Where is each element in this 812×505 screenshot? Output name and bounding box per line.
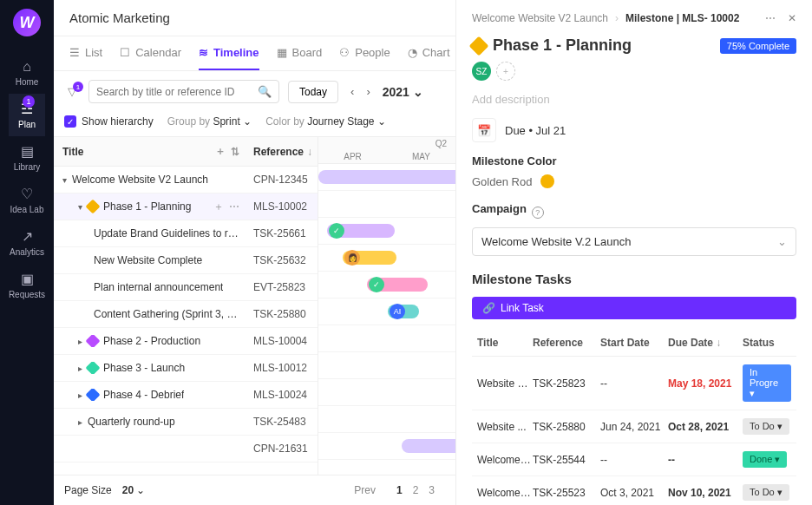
completion-badge: 75% Complete [720,38,796,54]
table-row[interactable]: ▸Quarterly round-upTSK-25483 [54,409,318,436]
expand-caret[interactable]: ▸ [78,417,82,427]
arrow-down-icon: ↓ [307,146,312,158]
assignee-row: SZ + [472,62,796,81]
milestone-color-label: Milestone Color [472,154,796,167]
table-row[interactable]: ▸Phase 3 - LaunchMLS-10012 [54,355,318,382]
tab-icon: ▦ [277,46,287,59]
table-row[interactable]: CPN-21631 [54,436,318,462]
table-row[interactable]: ▸Phase 4 - DebriefMLS-10024 [54,382,318,409]
nav-analytics[interactable]: ↗Analytics [9,221,45,264]
tab-calendar[interactable]: ☐Calendar [120,36,181,70]
gantt-bar[interactable] [318,170,455,184]
search-input-wrap[interactable]: 🔍 [88,80,279,103]
nav-library[interactable]: ▤Library [9,136,45,179]
milestone-tasks-table: Title Reference Start Date Due Date ↓ St… [472,330,796,505]
table-row[interactable]: ▾Phase 1 - Planning＋⋯MLS-10002 [54,193,318,220]
gantt-row [318,325,455,352]
more-button[interactable]: ⋯ [229,200,239,213]
nav-requests[interactable]: ▣Requests [9,264,45,306]
add-description[interactable]: Add description [472,93,796,106]
gantt-bar[interactable]: ✓ [327,224,395,238]
page-1[interactable]: 1 [391,482,408,498]
campaign-label: Campaign [472,202,527,215]
filter-button[interactable]: ▽1 [64,85,80,98]
today-button[interactable]: Today [288,81,338,103]
avatar: AI [390,304,405,319]
milestone-diamond-icon [86,362,101,374]
close-button[interactable]: ✕ [788,12,796,24]
breadcrumb-parent[interactable]: Welcome Website V2 Launch [472,12,608,24]
page-3[interactable]: 3 [423,482,440,498]
tab-board[interactable]: ▦Board [277,36,323,70]
gantt-bar[interactable]: 👩 [343,251,396,265]
status-pill[interactable]: To Do ▾ [743,418,789,435]
task-row[interactable]: Website ...TSK-25880Jun 24, 2021Oct 28, … [472,410,796,443]
nav-icon: ↗ [22,228,33,245]
page-2[interactable]: 2 [408,482,424,498]
tab-timeline[interactable]: ≋Timeline [199,36,259,70]
status-pill[interactable]: In Progre ▾ [743,364,791,402]
add-column-button[interactable]: ＋ [215,144,226,159]
subbar: ✓Show hierarchy Group by Sprint ⌄ Color … [54,112,455,136]
campaign-select[interactable]: Welcome Website V.2 Launch⌄ [472,227,796,256]
gantt-row: ✓ [318,218,455,245]
expand-caret[interactable]: ▸ [78,390,82,400]
page-size-select[interactable]: 20 ⌄ [122,484,146,496]
tab-chart[interactable]: ◔Chart [408,36,450,70]
sort-button[interactable]: ⇅ [231,146,239,158]
nav-home[interactable]: ⌂Home [9,52,45,94]
nav-icon: ♡ [21,186,33,202]
avatar: 👩 [344,250,360,266]
task-row[interactable]: Welcome Press Re...TSK-25544----Done ▾ [472,443,796,476]
year-picker[interactable]: 2021⌄ [383,85,423,99]
table-row[interactable]: Content Gathering (Sprint 3, +5 U...TSK-… [54,301,318,328]
tab-people[interactable]: ⚇People [339,36,390,70]
expand-caret[interactable]: ▸ [78,364,82,373]
tab-icon: ☰ [69,46,80,59]
link-task-button[interactable]: 🔗Link Task [472,297,796,319]
help-icon[interactable]: ? [532,207,544,219]
tab-icon: ≋ [199,46,208,59]
toolbar: ▽1 🔍 Today ‹ › 2021⌄ [54,71,455,112]
status-pill[interactable]: Done ▾ [743,451,787,468]
group-by-select[interactable]: Sprint ⌄ [213,115,252,128]
task-row[interactable]: Welcome Website...TSK-25523Oct 3, 2021No… [472,476,796,505]
next-arrow[interactable]: › [363,82,373,102]
color-by-select[interactable]: Journey Stage ⌄ [307,115,386,128]
gantt-row [318,406,455,433]
main-panel: Atomic Marketing ☰List☐Calendar≋Timeline… [54,0,456,505]
table-row[interactable]: Update Brand Guidelines to reflec...TSK-… [54,220,318,247]
color-swatch[interactable] [540,174,554,188]
table-row[interactable]: ▾Welcome Website V2 LaunchCPN-12345 [54,167,318,193]
task-row[interactable]: Website V.2 Desig...TSK-25823--May 18, 2… [472,357,796,410]
more-button[interactable]: ⋯ [765,12,776,24]
gantt-row [318,164,455,191]
nav-idea-lab[interactable]: ♡Idea Lab [9,179,45,221]
table-row[interactable]: Plan internal announcementEVT-25823 [54,274,318,301]
expand-caret[interactable]: ▾ [62,175,67,185]
prev-arrow[interactable]: ‹ [347,82,357,102]
chevron-down-icon: ⌄ [413,85,423,99]
avatar: ✓ [329,223,344,239]
tab-list[interactable]: ☰List [69,36,102,70]
table-row[interactable]: New Website CompleteTSK-25632 [54,247,318,274]
status-pill[interactable]: To Do ▾ [743,484,789,501]
expand-caret[interactable]: ▾ [78,202,82,212]
gantt-row: AI [318,298,455,325]
nav-plan[interactable]: ☲Plan1 [9,94,45,136]
gantt-bar[interactable]: ✓ [367,278,428,292]
calendar-icon[interactable]: 📅 [472,118,496,142]
gantt-bar[interactable] [402,439,455,453]
gantt-row [318,352,455,379]
avatar[interactable]: SZ [472,62,491,81]
search-input[interactable] [96,86,258,98]
chevron-down-icon: ⌄ [777,235,787,248]
show-hierarchy-checkbox[interactable]: ✓Show hierarchy [64,115,154,128]
nav-icon: ▤ [21,143,34,160]
expand-caret[interactable]: ▸ [78,337,82,346]
gantt-bar[interactable]: AI [388,305,419,318]
add-button[interactable]: ＋ [213,200,224,214]
table-row[interactable]: ▸Phase 2 - ProductionMLS-10004 [54,328,318,355]
add-assignee-button[interactable]: + [496,62,515,81]
prev-page[interactable]: Prev [349,482,381,498]
